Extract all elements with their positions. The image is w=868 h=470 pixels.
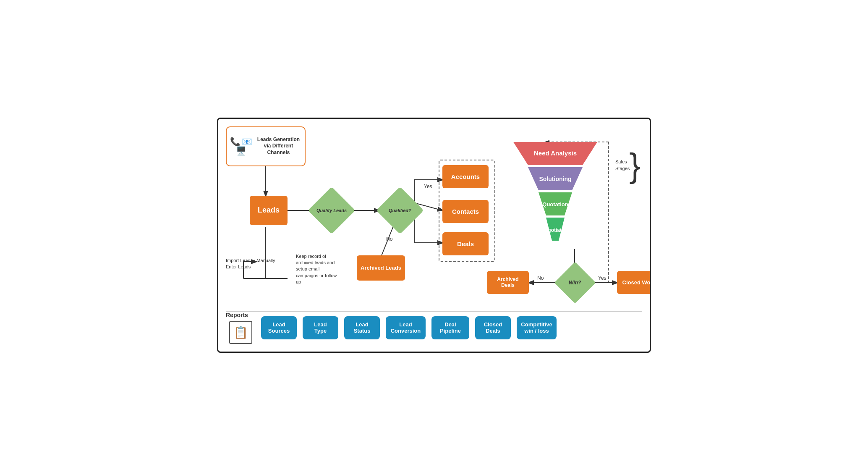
funnel-svg: Need Analysis Solutioning Quotation Nego… [509,142,601,251]
svg-text:Yes: Yes [598,275,607,281]
report-lead-sources[interactable]: LeadSources [261,316,297,339]
closed-won-node: Closed Won [617,271,651,294]
report-lead-type[interactable]: LeadType [303,316,338,339]
leads-node: Leads [250,196,288,225]
svg-text:Need Analysis: Need Analysis [534,150,577,157]
svg-text:Yes: Yes [424,184,432,189]
archived-deals-node: ArchivedDeals [487,271,529,294]
web-icon: 🖥️ [236,147,246,155]
qualified-dashed-box [439,160,495,262]
reports-label-group: Reports 📋 [226,312,255,344]
report-lead-status[interactable]: LeadStatus [344,316,380,339]
svg-text:No: No [537,275,544,281]
win-diamond: Win? [554,266,596,299]
qualify-leads-diamond: Qualify Leads [311,190,353,231]
report-competitive[interactable]: Competitivewin / loss [517,316,557,339]
sales-stages-label: SalesStages } [615,150,641,181]
svg-text:Negotiation: Negotiation [541,227,569,233]
reports-icon: 📋 [229,321,252,344]
report-deal-pipeline[interactable]: DealPipeline [431,316,469,339]
leads-gen-icons: 📞 📧 🖥️ [230,137,252,155]
svg-text:Quotation: Quotation [542,201,568,207]
phone-icon: 📞 [230,137,241,146]
reports-title: Reports [226,312,248,318]
leads-gen-label: Leads Generation via Different Channels [256,137,301,156]
leads-gen-box: 📞 📧 🖥️ Leads Generation via Different Ch… [226,126,306,166]
archived-leads-node: Archived Leads [357,255,405,281]
reports-section: Reports 📋 LeadSources LeadType LeadStatu… [226,312,642,344]
svg-text:Solutioning: Solutioning [539,176,572,182]
report-closed-deals[interactable]: ClosedDeals [475,316,511,339]
svg-text:No: No [386,236,393,242]
reports-divider [226,311,642,312]
import-annotation: Import Leads / Manually Enter Leads [226,257,276,270]
funnel-container: Need Analysis Solutioning Quotation Nego… [509,142,601,251]
diagram-wrapper: Yes No No Yes 📞 📧 🖥️ Leads Generation vi… [217,118,651,353]
email-icon: 📧 [242,137,252,146]
report-lead-conversion[interactable]: LeadConversion [386,316,426,339]
qualified-diamond: Qualified? [379,190,421,231]
keep-record-annotation: Keep record ofarchived leads andsetup em… [296,253,355,286]
